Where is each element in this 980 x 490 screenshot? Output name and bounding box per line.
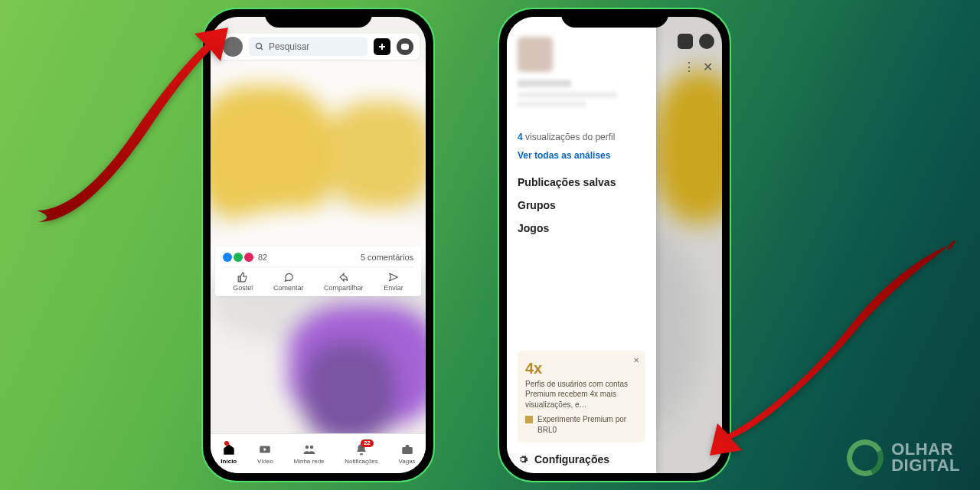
thumbs-up-icon [237,272,248,283]
post-engagement-bar: 82 5 comentários Gostei Comentar Compart… [215,247,421,296]
compose-button[interactable] [374,38,390,55]
screen-feed: Pesquisar 82 5 comentários [211,17,426,473]
phone-drawer: ⋮ ✕ 4 visualizações do perfil Ver todas … [498,8,731,482]
love-reaction-icon [244,253,253,262]
like-reaction-icon [223,253,232,262]
profile-headline-redacted-2 [518,101,586,107]
premium-body: Perfis de usuários com contas Premium re… [525,379,638,410]
like-label: Gostei [233,284,253,292]
send-icon [388,272,399,283]
celebrate-reaction-icon [234,253,243,262]
comment-label: Comentar [273,284,304,292]
menu-saved-posts[interactable]: Publicações salvas [518,176,645,188]
profile-views-row[interactable]: 4 visualizações do perfil [518,132,645,142]
comment-button[interactable]: Comentar [273,272,304,292]
bottom-nav: Início Vídeo Minha rede 22 Notificações … [211,433,426,473]
nav-home[interactable]: Início [220,443,237,465]
nav-video-label: Vídeo [257,458,273,465]
briefcase-icon [400,443,414,456]
svg-rect-7 [402,447,413,454]
network-icon [302,443,316,456]
nav-network[interactable]: Minha rede [294,443,325,465]
send-label: Enviar [384,284,403,292]
premium-cta-label: Experimente Premium por BRL0 [537,414,638,435]
reaction-icons[interactable]: 82 [223,253,267,262]
send-button[interactable]: Enviar [384,272,403,292]
analytics-link[interactable]: Ver todas as análises [518,150,645,161]
profile-name-redacted [518,80,571,87]
svg-line-1 [261,48,263,51]
comment-icon [283,272,294,283]
nav-home-label: Início [220,458,237,465]
plus-icon [377,42,387,51]
profile-views-count: 4 [518,132,523,142]
svg-point-0 [256,44,262,49]
profile-avatar[interactable] [518,37,553,72]
video-icon [258,443,272,456]
annotation-arrow-to-avatar [23,23,237,245]
svg-point-6 [309,446,313,449]
premium-upsell-card[interactable]: ✕ 4x Perfis de usuários com contas Premi… [518,351,645,443]
premium-icon [525,416,533,423]
nav-network-label: Minha rede [294,458,325,465]
screen-drawer: ⋮ ✕ 4 visualizações do perfil Ver todas … [507,17,722,473]
share-button[interactable]: Compartilhar [324,272,364,292]
nav-notif-label: Notificações [345,458,378,465]
phone-notch [265,9,372,28]
comments-count[interactable]: 5 comentários [361,253,413,262]
svg-point-5 [305,446,309,449]
home-icon [222,443,236,456]
close-drawer-button[interactable]: ✕ [703,60,713,74]
profile-views-label: visualizações do perfil [523,132,616,142]
search-input[interactable]: Pesquisar [249,38,368,56]
messages-button[interactable] [397,38,413,55]
search-icon [255,42,264,51]
premium-cta[interactable]: Experimente Premium por BRL0 [525,414,638,435]
share-label: Compartilhar [324,284,364,292]
gear-icon [518,454,528,465]
search-placeholder: Pesquisar [269,41,309,52]
messages-button[interactable] [699,34,714,49]
nav-video[interactable]: Vídeo [257,443,273,465]
premium-multiplier: 4x [525,358,638,379]
profile-headline-redacted [518,92,617,98]
close-icon[interactable]: ✕ [633,355,639,366]
phone-notch [561,9,668,28]
share-icon [338,272,349,283]
kebab-icon[interactable]: ⋮ [683,60,695,74]
menu-groups[interactable]: Grupos [518,199,645,211]
settings-label: Configurações [534,453,609,466]
reaction-count: 82 [258,253,267,262]
side-drawer: 4 visualizações do perfil Ver todas as a… [507,17,656,473]
annotation-arrow-to-settings [708,226,961,463]
menu-games[interactable]: Jogos [518,222,645,234]
like-button[interactable]: Gostei [233,272,253,292]
notif-badge: 22 [361,439,374,447]
nav-jobs[interactable]: Vagas [399,443,416,465]
settings-button[interactable]: Configurações [518,453,645,466]
compose-button[interactable] [678,34,693,49]
nav-notifications[interactable]: 22 Notificações [345,443,378,465]
drawer-menu: Publicações salvas Grupos Jogos [518,176,645,234]
drawer-top-icons [678,34,714,49]
feed-blur-overlay [211,17,426,473]
nav-jobs-label: Vagas [399,458,416,465]
top-bar: Pesquisar [217,34,420,60]
